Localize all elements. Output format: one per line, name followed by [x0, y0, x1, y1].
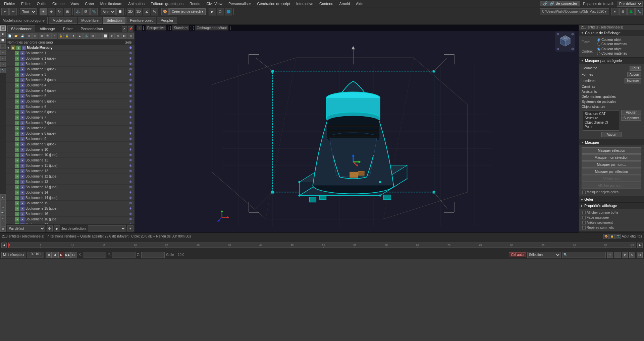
selection-set-add[interactable]: + — [127, 225, 133, 231]
menu-contenu[interactable]: Contenu — [317, 1, 336, 6]
menu-editeurs[interactable]: Editeurs graphiques — [148, 1, 186, 6]
tree-item-18[interactable]: ● ● Boulonnerie 9 (jupe) ❄ — [6, 142, 135, 147]
create-shape-icon[interactable]: ✦ — [0, 200, 6, 205]
select-all-icon[interactable]: ⊞ — [26, 33, 32, 39]
create-light-icon[interactable]: ☀ — [0, 205, 6, 210]
aucun-btn[interactable]: Aucun — [601, 132, 622, 137]
panel-pin-btn[interactable]: 📌 — [128, 26, 133, 31]
y-coord-input[interactable] — [112, 252, 136, 258]
tree-item-27[interactable]: ● ● Boulonnerie 14 ❄ — [6, 190, 135, 195]
nav-zoom-in[interactable]: + — [607, 252, 613, 258]
shaded-couleur-materiau[interactable]: Couleur matériau — [597, 52, 627, 55]
create-geometry-icon[interactable]: ▲ — [0, 194, 6, 200]
mask-header[interactable]: ▼ Masquer — [579, 139, 644, 145]
tree-item-16[interactable]: ● ● Boulonnerie 8 (jupe) ❄ — [6, 131, 135, 136]
tree-item-21[interactable]: ● ● Boulonnerie 11 ❄ — [6, 158, 135, 163]
render-frame-btn[interactable]: ▶ — [209, 8, 216, 15]
hierarchy-btn[interactable]: 🌲 — [627, 8, 635, 15]
tab-selectionner[interactable]: Sélectionner — [7, 25, 35, 32]
supprimer-btn[interactable]: Supprimer — [621, 116, 641, 121]
navigation-cube[interactable]: HAUT — [555, 31, 575, 52]
create-space-warp-icon[interactable]: ~ — [0, 221, 6, 226]
rotate-tool-btn[interactable]: ↻ — [56, 8, 63, 15]
snap-3d-btn[interactable]: 3D — [135, 8, 142, 15]
tree-item-20[interactable]: ● ● Boulonnerie 10 (jupe) ❄ — [6, 152, 135, 158]
env-btn[interactable]: 🌐 — [225, 8, 232, 15]
tree-item-9[interactable]: ● ● Boulonnerie 5 ❄ — [6, 93, 135, 99]
masquer-geles-checkbox[interactable] — [582, 191, 586, 194]
filter-icon[interactable]: 🔍 — [45, 33, 51, 39]
mode-modelisation[interactable]: Modélisation — [49, 17, 77, 24]
tab-personnaliser[interactable]: Personnaliser — [77, 25, 107, 32]
afficher-tout-btn[interactable]: Afficher tout — [582, 176, 641, 182]
layer-btn[interactable]: ≡ — [611, 8, 619, 15]
tree-item-24[interactable]: ● ● Boulonnerie 12 (jupe) ❄ — [6, 174, 135, 179]
tree-item-23[interactable]: ● ● Boulonnerie 12 ❄ — [6, 168, 135, 174]
tree-item-30[interactable]: ● ● Boulonnerie 15 (jupe) ❄ — [6, 206, 135, 211]
unlink-btn[interactable]: ⛓ — [82, 8, 90, 15]
mode-peinture[interactable]: Peinture objet — [126, 17, 156, 24]
timeline-prev-btn[interactable]: ◀ — [1, 243, 7, 248]
mask-category-header[interactable]: ▼ Masquer par catégorie — [579, 58, 644, 64]
render-setup-btn[interactable]: 🎨 — [161, 8, 169, 15]
select-invert-icon[interactable]: ⊠ — [39, 33, 45, 39]
view-type-btn[interactable]: 🔲 — [116, 8, 124, 15]
undo-button[interactable]: ↩ — [1, 8, 9, 15]
masquer-geles-row[interactable]: Masquer objets gelés — [580, 190, 643, 195]
motion-icon[interactable]: ○ — [0, 56, 6, 61]
tree-item-11[interactable]: ● ● Boulonnerie 6 ❄ — [6, 104, 135, 110]
menu-civil-view[interactable]: Civil View — [204, 1, 225, 6]
filter-select[interactable]: Tout — [20, 8, 37, 15]
group-icon[interactable]: ⊞ — [90, 33, 96, 39]
tree-item-6[interactable]: ● ● Boulonnerie 3 (jupe) ❄ — [6, 77, 135, 83]
tree-item-10[interactable]: ● ● Boulonnerie 5 (jupe) ❄ — [6, 99, 135, 104]
ajouter-btn[interactable]: Ajouter — [621, 110, 641, 115]
tree-item-31[interactable]: ● ● Boulonnerie 16 ❄ — [6, 211, 135, 217]
move-tool-btn[interactable]: ⊕ — [48, 8, 55, 15]
menu-creer[interactable]: Créer — [82, 1, 97, 6]
tree-item-7[interactable]: ● ● Boulonnerie 4 ❄ — [6, 83, 135, 88]
timeline-bar[interactable]: 0 5 10 15 20 25 — [8, 243, 636, 248]
selection-set-select[interactable] — [88, 225, 126, 231]
tab-affichage[interactable]: Affichage — [36, 25, 59, 32]
formes-aucun-btn[interactable]: Aucun — [627, 72, 641, 77]
key-auto-btn[interactable]: Clé auto — [509, 252, 526, 257]
tree-item-25[interactable]: ● ● Boulonnerie 13 ❄ — [6, 179, 135, 185]
nav-zoom-out[interactable]: − — [614, 252, 621, 258]
color-display-header[interactable]: ▼ Couleur de l'affichage — [579, 30, 644, 36]
percent-snap-btn[interactable]: % — [151, 8, 158, 15]
create-system-icon[interactable]: ⚙ — [0, 226, 6, 232]
tree-item-13[interactable]: ● ● Boulonnerie 7 ❄ — [6, 115, 135, 120]
masquer-selection-btn[interactable]: Masquer sélection — [582, 147, 641, 154]
afficher-par-nom-btn[interactable]: Afficher par nom... — [582, 183, 641, 189]
delete-icon[interactable]: 🗑 — [109, 33, 115, 39]
left-bottom-nav[interactable]: ▶ — [54, 225, 60, 231]
angle-snap-btn[interactable]: ∠ — [143, 8, 150, 15]
material-editor-btn[interactable]: ⬡ — [217, 8, 224, 15]
menu-generation-script[interactable]: Génération de script — [254, 1, 293, 6]
geometrie-tous-btn[interactable]: Tous — [630, 66, 641, 71]
flare-couleur-objet[interactable]: Couleur objet — [597, 38, 627, 42]
tree-item-8[interactable]: ● ● Boulonnerie 4 (jupe) ❄ — [6, 88, 135, 93]
tree-item-0[interactable]: ▼ ⊞ ● ● Module Mercury ❄ — [6, 45, 135, 51]
render-status-icon-1[interactable]: 🎨 — [603, 234, 609, 239]
viewport-perspective[interactable]: Perspective — [146, 25, 166, 30]
tree-item-29[interactable]: ● ● Boulonnerie 15 ❄ — [6, 201, 135, 206]
menu-interactive[interactable]: Interactive — [293, 1, 316, 6]
create-camera-icon[interactable]: 📷 — [0, 210, 6, 216]
menu-personnaliser[interactable]: Personnaliser — [226, 1, 254, 6]
obj-list-item-0[interactable]: Structure CAT — [584, 112, 618, 116]
menu-outils[interactable]: Outils — [34, 1, 49, 6]
save-scene-icon[interactable]: 💾 — [19, 33, 25, 39]
obj-list-item-3[interactable]: Point — [584, 125, 618, 129]
play-end-btn[interactable]: ⏭ — [71, 252, 77, 258]
object-list[interactable]: Structure CAT Structure Objet chaîne CI … — [583, 111, 619, 131]
expand-icon[interactable]: ▼ — [70, 33, 76, 39]
connect-button[interactable]: 🔗 🔗 Se connecter — [540, 1, 580, 6]
selection-dropdown[interactable]: Sélection — [527, 252, 561, 258]
sort-icon[interactable]: ↕ — [96, 33, 102, 39]
nav-maximize[interactable]: ⊡ — [637, 252, 643, 258]
link-btn[interactable]: ⚓ — [74, 8, 82, 15]
tree-item-1[interactable]: ● ● Boulonnerie 1 ❄ — [6, 51, 135, 56]
select-none-icon[interactable]: ⊟ — [32, 33, 38, 39]
